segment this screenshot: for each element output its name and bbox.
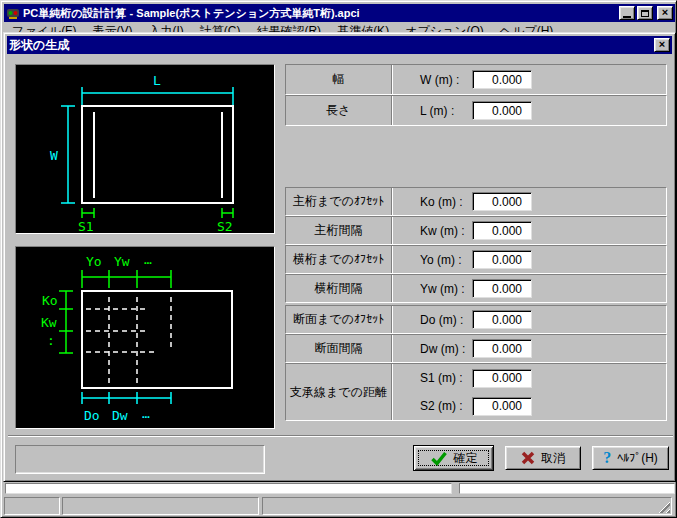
field-symbol: Yo (m) : xyxy=(420,253,472,267)
application-window: PC単純桁の設計計算 - Sample(ポストテンション方式単純T桁).apci… xyxy=(0,0,677,518)
confirm-button[interactable]: 確定 xyxy=(413,445,494,471)
maximize-icon xyxy=(641,10,649,17)
row-label: 幅 xyxy=(286,65,392,94)
form-row-section-spacing: 断面間隔 Dw (m) : xyxy=(285,334,667,363)
row-label: 主桁間隔 xyxy=(286,217,392,244)
yo-input[interactable] xyxy=(472,250,532,269)
grid-kw-label: Kw xyxy=(41,315,57,330)
resize-grip-icon[interactable] xyxy=(657,500,670,513)
field-symbol: L (m) : xyxy=(420,104,472,118)
grid-y-more-label: … xyxy=(144,252,152,267)
form-row-crossbeam-offset: 横桁までのｵﾌｾｯﾄ Yo (m) : xyxy=(285,245,667,274)
plan-diagram: L W S1 S2 xyxy=(16,65,274,233)
window-titlebar: PC単純桁の設計計算 - Sample(ポストテンション方式単純T桁).apci… xyxy=(4,4,675,22)
field-symbol: Do (m) : xyxy=(420,313,472,327)
minimize-button[interactable] xyxy=(619,6,635,20)
maximize-button[interactable] xyxy=(637,6,653,20)
row-label: 断面間隔 xyxy=(286,335,392,362)
grid-yw-label: Yw xyxy=(114,254,130,269)
x-icon xyxy=(521,451,535,465)
row-label: 断面までのｵﾌｾｯﾄ xyxy=(286,306,392,333)
row-label: 横桁までのｵﾌｾｯﾄ xyxy=(286,246,392,273)
ko-input[interactable] xyxy=(472,192,532,211)
field-symbol: Kw (m) : xyxy=(420,224,472,238)
length-input[interactable] xyxy=(472,101,532,120)
grid-k-more-label: : xyxy=(47,333,55,348)
plan-s1-label: S1 xyxy=(78,219,94,233)
form-row-girder-spacing: 主桁間隔 Kw (m) : xyxy=(285,216,667,245)
question-icon: ? xyxy=(603,449,611,467)
s2-input[interactable] xyxy=(472,397,532,416)
field-symbol: Ko (m) : xyxy=(420,195,472,209)
status-panel-2 xyxy=(62,497,259,515)
help-label: ﾍﾙﾌﾟ(H) xyxy=(617,451,658,465)
status-strip-left xyxy=(5,483,452,494)
grid-preview-canvas: Yo Yw … Ko Kw : Do Dw … xyxy=(15,246,275,429)
kw-input[interactable] xyxy=(472,221,532,240)
dw-input[interactable] xyxy=(472,339,532,358)
dialog-titlebar: 形状の生成 × xyxy=(7,36,672,54)
form-row-crossbeam-spacing: 横桁間隔 Yw (m) : xyxy=(285,274,667,303)
status-strip-right xyxy=(459,483,675,494)
status-panel-1 xyxy=(4,497,60,515)
separator-line xyxy=(8,435,673,437)
focus-rect xyxy=(418,450,489,466)
help-button[interactable]: ? ﾍﾙﾌﾟ(H) xyxy=(592,446,669,470)
s1-input[interactable] xyxy=(472,369,532,388)
row-label: 主桁までのｵﾌｾｯﾄ xyxy=(286,188,392,215)
cancel-label: 取消 xyxy=(541,450,565,467)
row-label: 長さ xyxy=(286,96,392,125)
field-symbol: S1 (m) : xyxy=(420,371,472,385)
grid-ko-label: Ko xyxy=(42,293,58,308)
grid-d-more-label: … xyxy=(142,406,150,421)
field-symbol: S2 (m) : xyxy=(420,399,472,413)
dialog-close-button[interactable]: × xyxy=(654,38,670,52)
plan-s2-label: S2 xyxy=(217,219,233,233)
width-input[interactable] xyxy=(472,70,532,89)
grid-yo-label: Yo xyxy=(86,254,102,269)
grid-diagram: Yo Yw … Ko Kw : Do Dw … xyxy=(16,247,274,428)
close-icon: × xyxy=(662,7,668,18)
window-title: PC単純桁の設計計算 - Sample(ポストテンション方式単純T桁).apci xyxy=(23,6,614,21)
form-row-length: 長さ L (m) : xyxy=(285,95,667,126)
status-bar xyxy=(4,495,675,516)
message-area xyxy=(15,445,265,474)
shape-generation-dialog: 形状の生成 × L W xyxy=(3,32,676,482)
row-label: 支承線までの距離 xyxy=(286,364,392,420)
status-panel-3 xyxy=(262,497,672,515)
yw-input[interactable] xyxy=(472,279,532,298)
form-row-girder-offset: 主桁までのｵﾌｾｯﾄ Ko (m) : xyxy=(285,187,667,216)
plan-length-label: L xyxy=(153,73,161,88)
field-symbol: Yw (m) : xyxy=(420,282,472,296)
plan-width-label: W xyxy=(50,148,58,163)
close-button[interactable]: × xyxy=(657,6,673,20)
dialog-title: 形状の生成 xyxy=(9,37,652,54)
form-row-bearing-distance: 支承線までの距離 S1 (m) : S2 (m) : xyxy=(285,363,667,421)
form-row-width: 幅 W (m) : xyxy=(285,64,667,95)
do-input[interactable] xyxy=(472,310,532,329)
field-symbol: Dw (m) : xyxy=(420,342,472,356)
row-label: 横桁間隔 xyxy=(286,275,392,302)
cancel-button[interactable]: 取消 xyxy=(505,446,581,470)
minimize-icon xyxy=(623,16,631,18)
grid-do-label: Do xyxy=(84,408,100,423)
app-icon xyxy=(6,6,20,20)
field-symbol: W (m) : xyxy=(420,73,472,87)
grid-dw-label: Dw xyxy=(112,408,128,423)
dialog-close-icon: × xyxy=(659,39,665,50)
plan-preview-canvas: L W S1 S2 xyxy=(15,64,275,234)
form-row-section-offset: 断面までのｵﾌｾｯﾄ Do (m) : xyxy=(285,305,667,334)
